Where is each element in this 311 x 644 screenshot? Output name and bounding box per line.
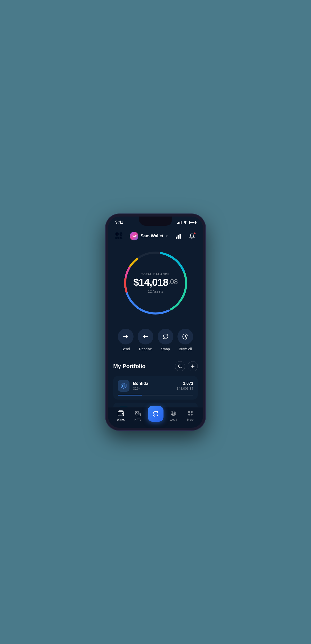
balance-section: TOTAL BALANCE $14,018 .08 12 Assets — [108, 245, 203, 326]
balance-display: TOTAL BALANCE $14,018 .08 12 Assets — [133, 273, 178, 293]
chevron-down-icon: ▾ — [166, 234, 168, 238]
portfolio-add-button[interactable] — [188, 361, 198, 371]
bonfida-logo — [118, 380, 129, 392]
nav-item-more[interactable]: More — [183, 410, 198, 421]
avatar: SW — [130, 232, 138, 240]
user-name: Sam Wallet — [140, 234, 163, 239]
balance-assets: 12 Assets — [133, 289, 178, 293]
nfts-nav-label: NFTs — [135, 418, 141, 421]
bonfida-pct: 32% — [133, 387, 173, 390]
center-swap-icon — [152, 410, 159, 417]
balance-ring: TOTAL BALANCE $14,018 .08 12 Assets — [120, 247, 191, 319]
bonfida-progress — [118, 395, 193, 395]
battery-icon — [189, 221, 196, 224]
signal-icon — [177, 221, 182, 224]
more-icon — [187, 410, 194, 417]
swap-label: Swap — [161, 347, 170, 351]
user-menu-button[interactable]: SW Sam Wallet ▾ — [130, 232, 167, 240]
actions-section: Send Receive — [108, 326, 203, 359]
notification-badge — [193, 232, 196, 235]
notch — [139, 217, 172, 226]
status-time: 9:41 — [115, 220, 123, 225]
bonfida-amount: 1.673 — [177, 381, 193, 386]
phone-frame: 9:41 — [106, 214, 205, 430]
portfolio-search-button[interactable] — [175, 361, 185, 371]
send-button[interactable]: Send — [118, 329, 134, 351]
balance-amount: $14,018 .08 — [133, 277, 178, 287]
buysell-label: Buy/Sell — [179, 347, 192, 351]
center-swap-button[interactable] — [148, 406, 163, 422]
wifi-icon — [183, 221, 187, 224]
nav-right-icons — [173, 231, 197, 241]
portfolio-title: My Portfolio — [113, 363, 145, 370]
svg-rect-1 — [120, 233, 122, 235]
bonfida-usd: $43,003.34 — [177, 387, 193, 390]
receive-label: Receive — [139, 347, 152, 351]
buysell-icon-circle: $ ↻ — [177, 329, 193, 344]
bonfida-name: Bonfida — [133, 381, 173, 386]
svg-rect-9 — [177, 235, 179, 239]
chart-button[interactable] — [173, 231, 183, 241]
svg-rect-32 — [121, 413, 123, 415]
receive-button[interactable]: Receive — [138, 329, 153, 351]
portfolio-actions — [175, 361, 198, 371]
asset-card-bonfida[interactable]: Bonfida 32% 1.673 $43,003.34 — [113, 376, 198, 400]
more-nav-label: More — [187, 418, 193, 421]
status-icons — [177, 220, 196, 224]
svg-line-25 — [181, 367, 182, 368]
notification-button[interactable] — [187, 231, 197, 241]
svg-rect-0 — [116, 233, 118, 235]
svg-rect-44 — [191, 414, 192, 416]
balance-label: TOTAL BALANCE — [133, 273, 178, 276]
svg-point-34 — [136, 412, 137, 413]
receive-icon-circle — [138, 329, 153, 344]
nav-item-web3[interactable]: Web3 — [166, 410, 181, 421]
svg-rect-8 — [176, 237, 177, 239]
svg-rect-10 — [179, 234, 181, 239]
web3-nav-label: Web3 — [170, 418, 177, 421]
nav-item-wallet[interactable]: Wallet — [114, 410, 128, 421]
swap-button[interactable]: Swap — [158, 329, 173, 351]
svg-rect-35 — [137, 413, 140, 416]
svg-rect-43 — [188, 414, 190, 416]
balance-cents: .08 — [168, 278, 178, 285]
balance-main: $14,018 — [133, 277, 168, 287]
wallet-nav-label: Wallet — [117, 418, 124, 421]
portfolio-header: My Portfolio — [113, 361, 198, 371]
nav-item-nfts[interactable]: NFTs — [131, 410, 145, 421]
swap-icon-circle — [158, 329, 173, 344]
svg-rect-42 — [191, 411, 192, 413]
web3-icon — [170, 410, 177, 417]
main-content: 9:41 — [108, 217, 203, 428]
buysell-button[interactable]: $ ↻ Buy/Sell — [177, 329, 193, 351]
send-label: Send — [122, 347, 130, 351]
svg-rect-2 — [116, 237, 118, 239]
scanner-button[interactable] — [114, 231, 124, 241]
wallet-icon — [117, 410, 124, 417]
send-icon-circle — [118, 329, 134, 344]
nfts-icon — [134, 410, 141, 417]
svg-rect-41 — [188, 411, 190, 413]
bottom-nav: Wallet NFTs — [108, 407, 203, 428]
svg-text:↻: ↻ — [186, 337, 188, 339]
